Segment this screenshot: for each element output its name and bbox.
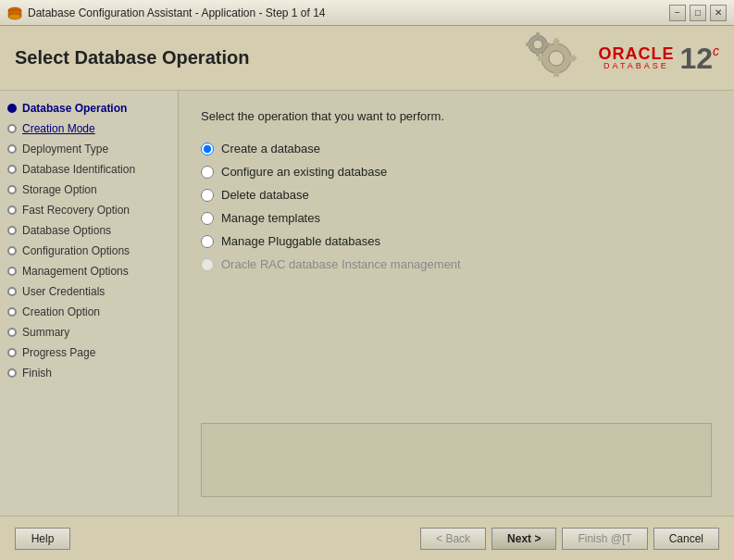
oracle-text: ORACLE DATABASE <box>598 45 674 70</box>
radio-label-manage-pluggable: Manage Pluggable databases <box>221 234 380 248</box>
oracle-version: 12 <box>679 44 713 73</box>
radio-label-manage-templates: Manage templates <box>221 211 320 225</box>
radio-delete-db[interactable] <box>201 189 214 202</box>
svg-rect-14 <box>536 51 540 56</box>
oracle-brand: ORACLE <box>598 45 674 62</box>
app-icon <box>7 6 22 20</box>
radio-oracle-rac <box>201 258 214 271</box>
sidebar-label-creation-option: Creation Option <box>22 305 100 318</box>
sidebar-item-database-identification: Database Identification <box>0 159 178 180</box>
sidebar-label-management-options: Management Options <box>22 265 129 278</box>
radio-item-create-db[interactable]: Create a database <box>201 142 712 156</box>
next-button[interactable]: Next > <box>491 528 556 550</box>
sidebar-label-fast-recovery-option: Fast Recovery Option <box>22 204 130 217</box>
radio-item-manage-templates[interactable]: Manage templates <box>201 211 712 225</box>
svg-point-12 <box>533 40 542 49</box>
title-bar-buttons: − □ ✕ <box>669 5 727 21</box>
sidebar-item-database-options: Database Options <box>0 220 178 241</box>
footer-left: Help <box>15 528 70 550</box>
radio-manage-pluggable[interactable] <box>201 235 214 248</box>
maximize-button[interactable]: □ <box>690 5 706 21</box>
sidebar-item-user-credentials: User Credentials <box>0 281 178 302</box>
radio-item-manage-pluggable[interactable]: Manage Pluggable databases <box>201 234 712 248</box>
page-title: Select Database Operation <box>15 47 249 68</box>
title-bar-left: Database Configuration Assistant - Appli… <box>7 6 326 20</box>
oracle-database-label: DATABASE <box>603 62 669 70</box>
header: Select Database Operation <box>0 26 734 91</box>
info-box <box>201 423 712 497</box>
svg-rect-13 <box>536 32 540 38</box>
sidebar-label-deployment-type: Deployment Type <box>22 143 108 156</box>
gears-icon <box>524 31 598 86</box>
sidebar-label-user-credentials: User Credentials <box>22 285 105 298</box>
sidebar-item-creation-mode[interactable]: Creation Mode <box>0 118 178 139</box>
radio-label-delete-db: Delete database <box>221 188 309 202</box>
sidebar-label-storage-option: Storage Option <box>22 183 97 196</box>
radio-item-configure-existing[interactable]: Configure an existing database <box>201 165 712 179</box>
sidebar-item-configuration-options: Configuration Options <box>0 241 178 261</box>
content-area: Select the operation that you want to pe… <box>179 91 734 516</box>
footer-right: < Back Next > Finish @[T Cancel <box>420 528 719 550</box>
svg-point-2 <box>8 14 21 19</box>
sidebar-label-database-options: Database Options <box>22 224 111 237</box>
oracle-logo: ORACLE DATABASE 12 c <box>524 31 719 86</box>
radio-manage-templates[interactable] <box>201 212 214 225</box>
sidebar-item-storage-option: Storage Option <box>0 180 178 200</box>
sidebar-item-fast-recovery-option: Fast Recovery Option <box>0 200 178 220</box>
sidebar: Database OperationCreation ModeDeploymen… <box>0 91 179 516</box>
radio-item-delete-db[interactable]: Delete database <box>201 188 712 202</box>
finish-button[interactable]: Finish @[T <box>562 528 647 550</box>
sidebar-label-database-identification: Database Identification <box>22 163 135 176</box>
sidebar-item-deployment-type: Deployment Type <box>0 139 178 159</box>
title-bar: Database Configuration Assistant - Appli… <box>0 0 734 26</box>
radio-configure-existing[interactable] <box>201 166 214 179</box>
radio-item-oracle-rac: Oracle RAC database Instance management <box>201 257 712 271</box>
sidebar-label-progress-page: Progress Page <box>22 346 95 359</box>
radio-create-db[interactable] <box>201 143 214 156</box>
sidebar-label-configuration-options: Configuration Options <box>22 244 130 257</box>
main-content: Database OperationCreation ModeDeploymen… <box>0 91 734 516</box>
svg-rect-6 <box>554 69 559 77</box>
svg-rect-15 <box>526 43 531 46</box>
sidebar-item-database-operation[interactable]: Database Operation <box>0 98 178 118</box>
radio-label-oracle-rac: Oracle RAC database Instance management <box>221 257 461 271</box>
radio-group: Create a databaseConfigure an existing d… <box>201 142 712 271</box>
sidebar-item-creation-option: Creation Option <box>0 302 178 322</box>
sidebar-item-progress-page: Progress Page <box>0 342 178 363</box>
sidebar-label-finish: Finish <box>22 367 52 380</box>
sidebar-item-management-options: Management Options <box>0 261 178 281</box>
sidebar-label-database-operation: Database Operation <box>22 102 127 115</box>
sidebar-item-summary: Summary <box>0 322 178 342</box>
help-button[interactable]: Help <box>15 528 70 550</box>
cancel-button[interactable]: Cancel <box>653 528 719 550</box>
minimize-button[interactable]: − <box>669 5 686 21</box>
svg-point-4 <box>549 51 564 66</box>
sidebar-label-creation-mode: Creation Mode <box>22 122 95 135</box>
content-description: Select the operation that you want to pe… <box>201 109 712 123</box>
footer: Help < Back Next > Finish @[T Cancel <box>0 516 734 560</box>
radio-label-create-db: Create a database <box>221 142 320 156</box>
radio-label-configure-existing: Configure an existing database <box>221 165 387 179</box>
close-button[interactable]: ✕ <box>710 5 727 21</box>
sidebar-item-finish: Finish <box>0 363 178 383</box>
back-button[interactable]: < Back <box>420 528 486 550</box>
sidebar-label-summary: Summary <box>22 326 69 339</box>
window-title: Database Configuration Assistant - Appli… <box>28 6 326 19</box>
oracle-c: c <box>713 44 719 58</box>
svg-rect-16 <box>544 43 550 46</box>
